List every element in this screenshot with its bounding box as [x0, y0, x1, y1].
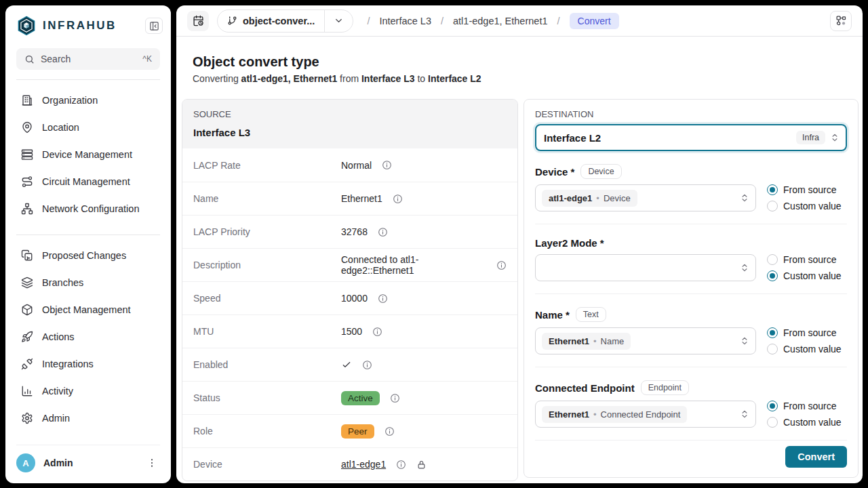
info-icon[interactable]: [378, 293, 388, 304]
device-value-select[interactable]: atl1-edge1 • Device: [535, 184, 756, 211]
sidebar-collapse-button[interactable]: [145, 18, 163, 34]
sidebar-item-organization[interactable]: Organization: [11, 87, 165, 114]
selected-value-pill: atl1-edge1 • Device: [542, 190, 637, 207]
info-icon[interactable]: [393, 194, 403, 204]
radio-custom-value[interactable]: Custom value: [767, 344, 847, 354]
chevrons-up-down-icon: [740, 336, 749, 346]
value-attribute: Name: [601, 336, 625, 346]
info-icon[interactable]: [390, 393, 400, 403]
time-travel-button[interactable]: [187, 11, 209, 31]
field-label: Connected Endpoint: [535, 382, 635, 394]
info-icon[interactable]: [382, 160, 392, 170]
field-layer2-mode: Layer2 Mode * From source Custom value: [535, 224, 847, 294]
sidebar-item-label: Location: [42, 122, 79, 133]
field-device: Device * Device atl1-edge1 • Device: [535, 151, 847, 224]
info-icon[interactable]: [396, 460, 406, 470]
user-menu-button[interactable]: [144, 455, 160, 471]
chevrons-up-down-icon: [740, 263, 749, 272]
convert-button[interactable]: Convert: [785, 446, 847, 468]
layers-icon: [21, 277, 33, 289]
value-name: Ethernet1: [549, 409, 589, 420]
radio-button[interactable]: [767, 184, 778, 195]
content-area: Object convert type Converting atl1-edge…: [176, 37, 863, 483]
info-icon[interactable]: [384, 426, 395, 436]
name-mode-radios: From source Custom value: [767, 327, 847, 354]
sidebar-item-network-configuration[interactable]: Network Configuration: [11, 195, 165, 222]
chevrons-up-down-icon: [740, 193, 749, 203]
radio-button[interactable]: [767, 201, 778, 211]
breadcrumb-item-schema[interactable]: Interface L3: [379, 16, 431, 26]
field-kind-badge: Device: [580, 164, 621, 179]
status-badge: Active: [341, 391, 380, 405]
sidebar-item-location[interactable]: Location: [11, 114, 165, 141]
radio-button[interactable]: [767, 270, 778, 281]
connected-endpoint-value-select[interactable]: Ethernet1 • Connected Endpoint: [535, 401, 756, 428]
radio-from-source[interactable]: From source: [767, 327, 847, 338]
info-icon[interactable]: [372, 327, 382, 337]
value-separator: •: [596, 193, 599, 203]
device-link[interactable]: atl1-edge1: [341, 459, 386, 470]
sidebar-item-object-management[interactable]: Object Management: [11, 296, 165, 323]
source-panel-header: SOURCE Interface L3: [182, 100, 517, 148]
source-row-enabled: Enabled: [182, 348, 517, 381]
subtitle-object: atl1-edge1, Ethernet1: [241, 73, 338, 84]
source-type-name: Interface L3: [193, 127, 507, 138]
route-icon: [21, 176, 33, 188]
radio-custom-value[interactable]: Custom value: [767, 417, 847, 428]
page-subtitle: Converting atl1-edge1, Ethernet1 from In…: [193, 73, 859, 84]
chart-icon: [21, 385, 33, 397]
field-connected-endpoint: Connected Endpoint Endpoint Ethernet1 • …: [535, 367, 847, 441]
sidebar-item-label: Organization: [42, 95, 98, 106]
field-name: Name * Text Ethernet1 • Name: [535, 294, 847, 367]
radio-custom-value[interactable]: Custom value: [767, 201, 847, 211]
radio-button[interactable]: [767, 344, 778, 354]
destination-type-select[interactable]: Interface L2 Infra: [535, 124, 847, 151]
sidebar-item-actions[interactable]: Actions: [11, 323, 165, 350]
source-panel: SOURCE Interface L3 LACP Rate Normal Nam…: [182, 99, 518, 481]
info-icon[interactable]: [496, 260, 507, 270]
sidebar-item-activity[interactable]: Activity: [11, 378, 165, 405]
name-value-select[interactable]: Ethernet1 • Name: [535, 327, 756, 354]
branch-selector[interactable]: object-conver...: [217, 9, 353, 33]
radio-custom-value[interactable]: Custom value: [767, 270, 847, 281]
destination-panel: DESTINATION Interface L2 Infra Device * …: [524, 99, 859, 478]
sidebar-item-label: Actions: [42, 331, 75, 342]
radio-button[interactable]: [767, 401, 778, 411]
info-icon[interactable]: [362, 360, 372, 370]
connected-endpoint-mode-radios: From source Custom value: [767, 401, 847, 428]
source-row-name: Name Ethernet1: [182, 182, 517, 215]
sidebar-item-branches[interactable]: Branches: [11, 269, 165, 296]
radio-button[interactable]: [767, 254, 778, 265]
breadcrumb-item-object[interactable]: atl1-edge1, Ethernet1: [453, 16, 547, 26]
radio-from-source[interactable]: From source: [767, 401, 847, 411]
sidebar-item-admin[interactable]: Admin: [11, 405, 165, 432]
row-label: Speed: [193, 293, 341, 304]
search-input[interactable]: Search ^K: [16, 48, 160, 70]
schema-visualizer-button[interactable]: [830, 11, 852, 31]
layer2-mode-value-select[interactable]: [535, 254, 756, 281]
search-shortcut: ^K: [142, 54, 152, 64]
radio-from-source[interactable]: From source: [767, 254, 847, 265]
radio-from-source[interactable]: From source: [767, 184, 847, 195]
user-name: Admin: [43, 458, 73, 468]
breadcrumb-current-badge: Convert: [570, 13, 619, 29]
sidebar-item-proposed-changes[interactable]: Proposed Changes: [11, 242, 165, 269]
row-value: Normal: [341, 160, 372, 171]
sidebar-item-integrations[interactable]: Integrations: [11, 350, 165, 378]
value-attribute: Device: [604, 193, 631, 203]
row-label: Enabled: [193, 359, 341, 370]
sidebar: INFRAHUB Search ^K Organization: [5, 5, 171, 483]
info-icon[interactable]: [378, 227, 388, 237]
sidebar-item-circuit-management[interactable]: Circuit Management: [11, 168, 165, 195]
source-row-speed: Speed 10000: [182, 281, 517, 314]
radio-button[interactable]: [767, 327, 778, 338]
sidebar-item-device-management[interactable]: Device Management: [11, 141, 165, 168]
lock-icon: [416, 460, 427, 470]
branch-dropdown-toggle[interactable]: [325, 16, 353, 26]
subtitle-from-type: Interface L3: [361, 73, 415, 84]
radio-button[interactable]: [767, 417, 778, 428]
value-attribute: Connected Endpoint: [601, 409, 681, 420]
map-pin-icon: [21, 121, 33, 134]
source-row-description: Description Connected to atl1-edge2::Eth…: [182, 248, 517, 281]
field-kind-badge: Endpoint: [641, 380, 689, 395]
